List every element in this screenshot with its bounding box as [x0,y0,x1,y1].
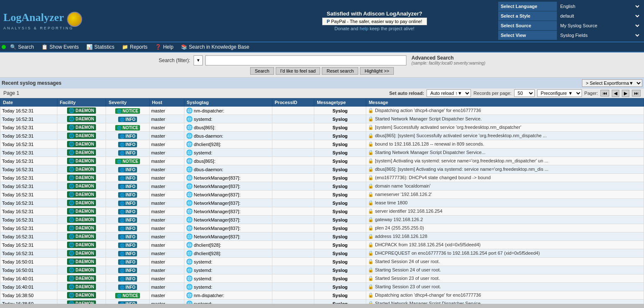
col-header-date[interactable]: Date [0,99,57,107]
view-label: Select View [498,31,557,40]
nav-statistics[interactable]: 📊 Statistics [83,43,118,51]
table-row[interactable]: Today 16:52:31 🌐 DAEMON 🌐 INFO master 🌐 … [0,199,644,207]
col-header-facility[interactable]: Facility [57,99,106,107]
banner-title: Satisfied with Adiscon LogAnalyzer? [251,10,499,17]
syslogtag-globe-icon: 🌐 [186,116,193,122]
syslogtag-globe-icon: 🌐 [186,191,193,198]
table-row[interactable]: Today 16:52:31 🌐 DAEMON 🌐 INFO master 🌐 … [0,174,644,182]
table-row[interactable]: Today 16:52:31 🌐 DAEMON 🌐 NOTICE master … [0,157,644,165]
cell-processid [272,115,314,123]
col-header-message[interactable]: Message [366,99,644,107]
message-text: dbus[865]: [system] Activating via syste… [375,167,548,172]
table-row[interactable]: Today 16:52:31 🌐 DAEMON 🌐 INFO master 🌐 … [0,115,644,123]
table-row[interactable]: Today 16:50:01 🌐 DAEMON 🌐 INFO master 🌐 … [0,266,644,274]
message-text: domain name 'localdomain' [375,183,431,188]
message-icon: 🔒 [368,116,374,121]
toolbar-right: Set auto reload: Auto reload ↑▼ Records … [389,89,641,97]
table-row[interactable]: Today 16:52:31 🌐 DAEMON 🌐 INFO master 🌐 … [0,241,644,249]
message-text: Started Session 24 of user root. [375,259,440,264]
cell-processid [272,232,314,241]
facility-badge: 🌐 DAEMON [67,275,96,282]
globe-icon: 🌐 [69,234,75,239]
table-row[interactable]: Today 16:38:50 🌐 DAEMON 🌐 NOTICE master … [0,291,644,300]
style-select[interactable]: default [557,11,641,21]
table-row[interactable]: Today 16:52:31 🌐 DAEMON 🌐 INFO master 🌐 … [0,140,644,149]
nav-help[interactable]: ❓ Help [152,43,177,51]
table-row[interactable]: Today 16:52:31 🌐 DAEMON 🌐 INFO master 🌐 … [0,216,644,224]
facility-badge: 🌐 DAEMON [67,208,96,214]
highlight-button[interactable]: Highlight >> [360,67,394,75]
search-button[interactable]: Search [250,67,274,75]
cell-processid [272,207,314,216]
banner-paypal-link[interactable]: P PayPal - The safer, easier way to pay … [322,18,427,25]
nav-knowledge-base[interactable]: 📚 Search in Knowledge Base [178,43,253,51]
severity-icon: 🌐 [117,159,122,164]
pager-prev-button[interactable]: ◀ [612,90,619,97]
pager-first-button[interactable]: ⏮ [600,90,609,97]
cell-messagetype: Syslog [314,266,366,274]
globe-icon: 🌐 [69,125,75,130]
table-row[interactable]: Today 16:52:31 🌐 DAEMON 🌐 INFO master 🌐 … [0,182,644,191]
reset-search-button[interactable]: Reset search [322,67,358,75]
nav-reports[interactable]: 📁 Reports [119,43,151,51]
table-row[interactable]: Today 16:50:01 🌐 DAEMON 🌐 INFO master 🌐 … [0,258,644,266]
severity-badge: 🌐 INFO [118,175,137,181]
table-row[interactable]: Today 16:52:31 🌐 DAEMON 🌐 NOTICE master … [0,123,644,132]
table-row[interactable]: Today 16:52:31 🌐 DAEMON 🌐 INFO master 🌐 … [0,249,644,258]
facility-badge: 🌐 DAEMON [67,166,96,172]
table-row[interactable]: Today 16:52:31 🌐 DAEMON 🌐 INFO master 🌐 … [0,191,644,199]
message-icon: 🔒 [368,267,374,272]
message-icon: 🔒 [368,125,374,130]
cell-syslogtag: 🌐 NetworkManager[837]: [184,174,272,182]
pager-last-button[interactable]: ⏭ [632,90,641,97]
language-select[interactable]: English [557,2,641,11]
table-row[interactable]: Today 16:40:01 🌐 DAEMON 🌐 INFO master 🌐 … [0,283,644,291]
cell-message: 🔒 [system] Successfully activated servic… [366,123,644,132]
cell-host: master [149,207,184,216]
col-header-severity[interactable]: Severity [106,99,149,107]
table-row[interactable]: Today 16:52:31 🌐 DAEMON 🌐 INFO master 🌐 … [0,165,644,174]
col-header-syslogtag[interactable]: Syslogtag [184,99,272,107]
syslogtag-globe-icon: 🌐 [186,275,193,282]
globe-icon: 🌐 [69,150,75,155]
nav-search[interactable]: 🔍 Search [7,43,37,51]
logo-sub: ANALYSIS & REPORTING [3,26,251,30]
records-per-page-select[interactable]: 50100200 [514,89,535,97]
syslogtag-globe-icon: 🌐 [186,158,193,164]
message-icon: 🔒 [368,209,374,214]
view-select[interactable]: Syslog Fields [557,31,641,40]
help-link[interactable]: help [360,26,368,31]
cell-syslogtag: 🌐 dbus-daemon: [184,132,272,140]
search-filter-label: Search (filter): [159,57,190,63]
col-header-processid[interactable]: ProcessID [272,99,314,107]
cell-message: 🔒 gateway 192.168.126.2 [366,216,644,224]
globe-icon: 🌐 [69,200,75,206]
nav-show-events[interactable]: 📋 Show Events [38,43,82,51]
col-header-host[interactable]: Host [149,99,184,107]
auto-reload-select[interactable]: Auto reload ↑▼ [427,89,471,97]
table-row[interactable]: Today 16:52:31 🌐 DAEMON 🌐 INFO master 🌐 … [0,224,644,232]
table-row[interactable]: Today 16:40:01 🌐 DAEMON 🌐 INFO master 🌐 … [0,274,644,283]
search-input[interactable] [205,55,406,65]
table-row[interactable]: Today 16:52:31 🌐 DAEMON 🌐 INFO master 🌐 … [0,149,644,157]
cell-severity: 🌐 INFO [106,115,149,123]
cell-syslogtag: 🌐 systemd: [184,266,272,274]
table-row[interactable]: Today 16:52:31 🌐 DAEMON 🌐 INFO master 🌐 … [0,132,644,140]
table-row[interactable]: Today 16:38:50 🌐 DAEMON 🌐 INFO master 🌐 … [0,300,644,304]
message-icon: 🔒 [368,200,374,205]
table-row[interactable]: Today 16:52:31 🌐 DAEMON 🌐 INFO master 🌐 … [0,232,644,241]
cell-host: master [149,157,184,165]
cell-messagetype: Syslog [314,132,366,140]
cell-host: master [149,149,184,157]
table-row[interactable]: Today 16:52:31 🌐 DAEMON 🌐 INFO master 🌐 … [0,207,644,216]
feel-sad-button[interactable]: I'd like to feel sad [276,67,321,75]
source-select[interactable]: My Syslog Source [557,21,641,30]
col-header-messagetype[interactable]: Messagetype [314,99,366,107]
search-dropdown-button[interactable]: ▼ [194,55,203,65]
facility-badge: 🌐 DAEMON [67,124,96,131]
export-select[interactable]: > Select Exportforma▼ [582,79,642,87]
table-row[interactable]: Today 16:52:31 🌐 DAEMON 🌐 NOTICE master … [0,107,644,115]
pager-next-button[interactable]: ▶ [622,90,629,97]
header: LogAnalyzer ANALYSIS & REPORTING Satisfi… [0,0,644,42]
preconfigure-select[interactable]: Preconfigure ▼ [537,89,582,97]
